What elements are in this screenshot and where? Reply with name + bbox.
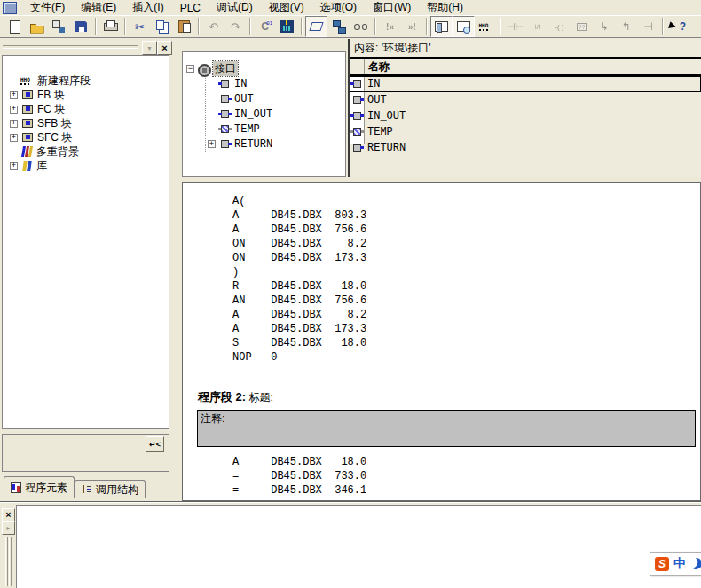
menu-item[interactable]: 编辑(E) (73, 0, 124, 16)
output-close-button[interactable] (2, 508, 15, 521)
toolbar-separator (198, 18, 200, 35)
stl-code-block-2[interactable]: A DB45.DBX 18.0 = DB45.DBX 733.0 = DB45.… (232, 455, 366, 498)
empty-box-button[interactable] (571, 16, 593, 37)
variable-name: RETURN (367, 142, 406, 154)
save-button[interactable] (70, 16, 92, 37)
overview-tab[interactable]: 调用结构 (75, 480, 146, 498)
menu-item[interactable]: 帮助(H) (419, 0, 471, 16)
cut-button[interactable] (129, 16, 151, 37)
overview-dropdown-button[interactable] (142, 41, 157, 55)
close-branch-button[interactable] (637, 16, 659, 37)
contact-no-button[interactable] (504, 16, 526, 37)
tree-item[interactable]: FC 块 (10, 102, 167, 116)
copy-icon (154, 20, 169, 34)
tree-item[interactable]: RETURN (208, 137, 343, 152)
overview-close-button[interactable] (157, 41, 172, 55)
expander-box[interactable] (10, 106, 18, 114)
program-elements-tree: 新建程序段 FB 块 FC 块 SFB 块 (2, 55, 169, 429)
output-content[interactable] (16, 505, 701, 588)
pane-grip[interactable] (5, 537, 12, 586)
pin-inout-icon (350, 111, 364, 122)
menu-item[interactable]: PLC (172, 1, 209, 15)
overview-tab[interactable]: 程序元素 (4, 476, 75, 498)
variable-row[interactable]: IN_OUT (350, 108, 701, 124)
tree-item[interactable]: 新建程序段 (10, 74, 167, 88)
symbol-info-button[interactable] (305, 16, 327, 37)
stl-code-block-1[interactable]: A( A DB45.DBX 803.3 A DB45.DBX 756.6 ON … (232, 194, 366, 365)
stl-code-pane[interactable]: A( A DB45.DBX 803.3 A DB45.DBX 756.6 ON … (182, 182, 701, 501)
download-button[interactable] (276, 16, 298, 37)
menu-item[interactable]: 调试(D) (209, 0, 261, 16)
download-icon (280, 20, 295, 34)
tab-label: 调用结构 (96, 482, 138, 498)
tree-item[interactable]: IN_OUT (208, 106, 343, 122)
sogou-logo-icon[interactable]: S (655, 557, 669, 571)
help-pointer-button[interactable] (666, 16, 689, 37)
tree-item[interactable]: 多重背景 (10, 145, 167, 159)
horizontal-splitter[interactable] (0, 501, 701, 503)
expander-box[interactable] (186, 65, 194, 73)
pin-return-icon (218, 139, 232, 150)
tree-item-label: SFC 块 (37, 130, 72, 145)
expander-box[interactable] (208, 140, 216, 148)
tree-item[interactable]: FB 块 (10, 88, 167, 102)
contact-nc-button[interactable] (526, 16, 548, 37)
variable-row[interactable]: TEMP (350, 124, 701, 140)
new-network-button[interactable] (475, 16, 497, 37)
menu-item[interactable]: 选项(O) (312, 0, 365, 16)
open-online-button[interactable] (48, 16, 70, 37)
open-button[interactable] (26, 16, 48, 37)
overview-pane-header (0, 40, 174, 54)
contents-pane: 内容: '环境\接口' 名称 IN OUT IN_OUT (348, 39, 701, 177)
tree-item-label: OUT (234, 93, 254, 106)
previous-error-button[interactable] (379, 16, 401, 37)
open-branch-button[interactable] (593, 16, 615, 37)
tree-item[interactable]: OUT (208, 91, 343, 106)
print-button[interactable] (99, 16, 122, 37)
network-comment-box[interactable]: 注释: (197, 410, 696, 447)
undo-button[interactable] (202, 16, 224, 37)
tree-item[interactable]: SFB 块 (10, 116, 167, 130)
paste-button[interactable] (173, 16, 195, 37)
redo-button[interactable] (224, 16, 247, 37)
menu-item[interactable]: 文件(F) (22, 0, 73, 16)
tree-item[interactable]: 库 (10, 159, 167, 173)
ime-language-bar[interactable]: S 中 (650, 552, 701, 576)
compare-online-offline-button[interactable] (254, 16, 276, 37)
pane-collapse-button[interactable] (146, 436, 164, 452)
toolbar-separator (662, 18, 664, 35)
next-error-button[interactable] (401, 16, 423, 37)
symbol-representation-button[interactable] (327, 16, 350, 37)
tree-item[interactable]: IN (208, 76, 343, 91)
rung-up-button[interactable] (615, 16, 637, 37)
variable-row[interactable]: RETURN (350, 140, 701, 156)
expander-box[interactable] (10, 134, 18, 142)
tree-item[interactable]: SFC 块 (10, 130, 167, 145)
expander-box[interactable] (10, 91, 18, 99)
network-2-header[interactable]: 程序段 2: 标题: (198, 389, 273, 405)
tree-item[interactable]: TEMP (208, 122, 343, 137)
chinese-mode-indicator[interactable]: 中 (673, 556, 686, 572)
fullwidth-moon-icon[interactable] (689, 556, 701, 571)
tree-item-interface[interactable]: 接口 (186, 61, 343, 76)
output-next-button[interactable] (2, 521, 15, 535)
expander-box[interactable] (10, 162, 18, 170)
overview-toggle-button[interactable] (430, 16, 453, 37)
detail-view-button[interactable] (453, 16, 475, 37)
paste-icon (177, 20, 192, 34)
expander-box[interactable] (10, 120, 18, 128)
name-column-header[interactable]: 名称 (350, 59, 701, 76)
new-button[interactable] (4, 16, 26, 37)
menu-item[interactable]: 窗口(W) (365, 0, 419, 16)
newnet-icon (20, 75, 35, 87)
monitor-button[interactable] (350, 16, 372, 37)
copy-button[interactable] (151, 16, 173, 37)
variable-row[interactable]: OUT (350, 92, 701, 108)
syminfo-icon (309, 20, 324, 34)
open-icon (29, 20, 44, 34)
document-window-icon[interactable] (3, 2, 17, 14)
menu-item[interactable]: 插入(I) (124, 0, 171, 16)
variable-row[interactable]: IN (350, 76, 701, 92)
coil-button[interactable] (548, 16, 571, 37)
menu-item[interactable]: 视图(V) (261, 0, 312, 16)
